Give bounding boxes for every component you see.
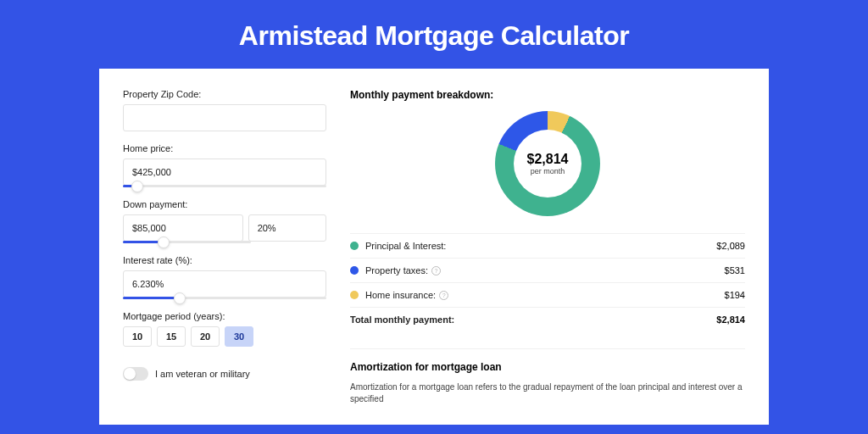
down-group: Down payment: — [123, 199, 326, 243]
price-group: Home price: — [123, 143, 326, 187]
period-options: 10 15 20 30 — [123, 326, 326, 347]
legend-amount-taxes: $531 — [725, 265, 745, 275]
inputs-column: Property Zip Code: Home price: Down paym… — [123, 89, 326, 425]
period-btn-15[interactable]: 15 — [157, 326, 186, 347]
total-row: Total monthly payment: $2,814 — [350, 307, 745, 331]
period-btn-10[interactable]: 10 — [123, 326, 152, 347]
veteran-toggle-knob — [124, 368, 136, 380]
donut-ring: $2,814 per month — [495, 111, 600, 216]
legend-label-taxes: Property taxes: ? — [365, 265, 725, 275]
veteran-label: I am veteran or military — [155, 369, 250, 379]
total-amount: $2,814 — [716, 314, 745, 325]
breakdown-title: Monthly payment breakdown: — [350, 89, 745, 101]
info-icon[interactable]: ? — [439, 291, 448, 300]
down-slider-thumb[interactable] — [158, 236, 170, 248]
veteran-row: I am veteran or military — [123, 367, 326, 381]
rate-slider[interactable] — [123, 297, 326, 299]
legend-row-principal: Principal & Interest: $2,089 — [350, 233, 745, 258]
price-slider-thumb[interactable] — [131, 181, 143, 192]
rate-input[interactable] — [123, 270, 326, 298]
down-label: Down payment: — [123, 199, 326, 209]
down-slider[interactable] — [123, 241, 251, 243]
legend-dot-taxes — [350, 266, 359, 275]
total-label: Total monthly payment: — [350, 314, 716, 325]
donut-sub: per month — [531, 167, 565, 175]
price-slider[interactable] — [123, 185, 326, 187]
donut-chart: $2,814 per month — [350, 111, 745, 216]
period-btn-20[interactable]: 20 — [191, 326, 220, 347]
info-icon[interactable]: ? — [431, 266, 441, 275]
legend-label-insurance: Home insurance: ? — [365, 290, 725, 300]
price-input[interactable] — [123, 159, 326, 186]
zip-label: Property Zip Code: — [123, 89, 326, 99]
zip-group: Property Zip Code: — [123, 89, 326, 131]
amortization-title: Amortization for mortgage loan — [350, 361, 745, 373]
legend-amount-insurance: $194 — [725, 290, 745, 300]
legend-label-taxes-text: Property taxes: — [365, 265, 428, 275]
donut-value: $2,814 — [527, 152, 569, 167]
calculator-card: Property Zip Code: Home price: Down paym… — [99, 69, 769, 425]
period-label: Mortgage period (years): — [123, 311, 326, 321]
veteran-toggle[interactable] — [123, 367, 148, 381]
legend-row-insurance: Home insurance: ? $194 — [350, 282, 745, 307]
breakdown-column: Monthly payment breakdown: $2,814 per mo… — [350, 89, 745, 425]
legend-label-insurance-text: Home insurance: — [365, 290, 436, 300]
legend-amount-principal: $2,089 — [716, 241, 745, 251]
donut-center: $2,814 per month — [514, 130, 581, 198]
legend-dot-principal — [350, 242, 359, 250]
rate-group: Interest rate (%): — [123, 255, 326, 299]
zip-input[interactable] — [123, 104, 326, 131]
legend-label-principal: Principal & Interest: — [365, 241, 716, 251]
down-pct-input[interactable] — [248, 214, 326, 242]
amortization-section: Amortization for mortgage loan Amortizat… — [350, 348, 745, 405]
legend-row-taxes: Property taxes: ? $531 — [350, 258, 745, 282]
price-label: Home price: — [123, 143, 326, 153]
period-btn-30[interactable]: 30 — [225, 326, 253, 347]
legend-dot-insurance — [350, 291, 359, 299]
period-group: Mortgage period (years): 10 15 20 30 — [123, 311, 326, 347]
rate-slider-thumb[interactable] — [174, 292, 186, 304]
rate-label: Interest rate (%): — [123, 255, 326, 265]
amortization-text: Amortization for a mortgage loan refers … — [350, 381, 745, 405]
down-amount-input[interactable] — [123, 214, 243, 242]
page-title: Armistead Mortgage Calculator — [0, 0, 868, 69]
